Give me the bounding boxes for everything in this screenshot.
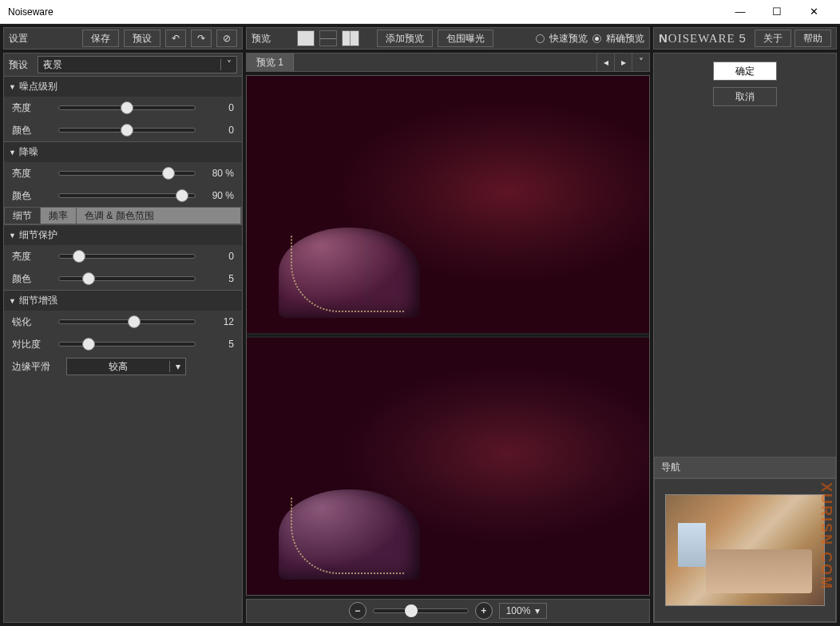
view-single-button[interactable] (297, 30, 315, 46)
preview-label: 预览 (252, 32, 271, 46)
slider-sharpen: 锐化 12 (4, 311, 242, 333)
close-button[interactable]: ✕ (795, 0, 832, 24)
preview-tabbar: 预览 1 ◂ ▸ ˅ (246, 53, 650, 72)
view-split-h-button[interactable] (319, 30, 337, 46)
reset-button[interactable]: ⊘ (216, 30, 237, 47)
zoom-dropdown[interactable]: 100%▾ (499, 603, 548, 619)
fast-preview-radio[interactable]: 快速预览 (536, 32, 588, 46)
section-denoise[interactable]: ▼降噪 (4, 141, 242, 162)
slider-noise-color: 颜色 0 (4, 119, 242, 141)
slider-track[interactable] (58, 168, 196, 179)
edge-smooth-dropdown[interactable]: 较高 ▾ (66, 358, 186, 375)
action-buttons: 确定 取消 (654, 53, 836, 114)
zoom-in-button[interactable]: + (475, 602, 493, 620)
slider-thumb[interactable] (82, 272, 95, 285)
bracket-button[interactable]: 包围曝光 (438, 30, 493, 47)
triangle-down-icon: ▼ (9, 297, 16, 305)
triangle-down-icon: ▼ (9, 83, 16, 91)
navigator-body[interactable] (654, 478, 836, 622)
preview-tab-1[interactable]: 预览 1 (247, 53, 294, 71)
right-body: 确定 取消 导航 XURISN.COM (653, 53, 837, 623)
preview-toolbar: 预览 添加预览 包围曝光 快速预览 精确预览 (246, 27, 650, 50)
chevron-down-icon: ▾ (535, 605, 540, 616)
tab-frequency[interactable]: 频率 (41, 208, 77, 224)
cancel-button[interactable]: 取消 (713, 87, 777, 106)
chevron-down-icon[interactable]: ▾ (169, 361, 185, 372)
next-button[interactable]: ▸ (614, 53, 632, 71)
brand-toolbar: NOISEWARE 5 关于 帮助 (653, 27, 837, 50)
preset-value: 夜景 (38, 58, 220, 72)
about-button[interactable]: 关于 (755, 30, 791, 47)
slider-track[interactable] (58, 251, 196, 262)
navigator-title: 导航 (654, 457, 836, 478)
settings-label: 设置 (9, 32, 28, 46)
preview-after (247, 338, 649, 595)
left-panel: 设置 保存 预设 ↶ ↷ ⊘ 预设 夜景 ˅ ▼噪点级别 亮度 0 (3, 27, 243, 623)
zoom-out-button[interactable]: − (349, 602, 367, 620)
redo-button[interactable]: ↷ (191, 30, 212, 47)
preset-row: 预设 夜景 ˅ (4, 53, 242, 76)
ok-button[interactable]: 确定 (713, 61, 777, 81)
zoom-thumb[interactable] (405, 604, 418, 617)
slider-track[interactable] (58, 273, 196, 284)
slider-track[interactable] (58, 316, 196, 327)
preview-nav: ◂ ▸ ˅ (596, 53, 649, 71)
preview-menu-button[interactable]: ˅ (632, 53, 649, 71)
controls-panel: 预设 夜景 ˅ ▼噪点级别 亮度 0 颜色 0 ▼降噪 亮度 (3, 53, 243, 623)
preview-area[interactable] (246, 75, 650, 596)
view-split-v-button[interactable] (342, 30, 359, 46)
navigator-thumbnail[interactable] (665, 494, 825, 606)
window-titlebar: Noiseware — ☐ ✕ (0, 0, 840, 24)
slider-thumb[interactable] (82, 338, 95, 351)
preview-separator[interactable] (247, 335, 649, 336)
slider-track[interactable] (58, 190, 196, 201)
slider-contrast: 对比度 5 (4, 333, 242, 355)
section-detail-protect[interactable]: ▼细节保护 (4, 224, 242, 245)
zoom-toolbar: − + 100%▾ (246, 599, 650, 623)
brand-logo: NOISEWARE 5 (659, 31, 751, 46)
slider-track[interactable] (58, 125, 196, 136)
slider-thumb[interactable] (121, 101, 133, 114)
minimize-button[interactable]: — (722, 0, 759, 24)
edge-smooth-row: 边缘平滑 较高 ▾ (4, 355, 242, 378)
watermark: XURISN.COM (818, 482, 834, 590)
accurate-preview-radio[interactable]: 精确预览 (592, 32, 644, 46)
slider-thumb[interactable] (121, 124, 133, 137)
window-title: Noiseware (8, 6, 722, 18)
triangle-down-icon: ▼ (9, 149, 16, 156)
save-button[interactable]: 保存 (82, 30, 119, 47)
maximize-button[interactable]: ☐ (759, 0, 795, 24)
center-panel: 预览 添加预览 包围曝光 快速预览 精确预览 预览 1 ◂ ▸ ˅ (246, 27, 650, 623)
preset-label: 预设 (9, 58, 33, 72)
tab-detail[interactable]: 细节 (5, 208, 41, 224)
slider-thumb[interactable] (162, 167, 175, 180)
prev-button[interactable]: ◂ (596, 53, 614, 71)
slider-denoise-color: 颜色 90 % (4, 184, 242, 207)
app-body: 设置 保存 预设 ↶ ↷ ⊘ 预设 夜景 ˅ ▼噪点级别 亮度 0 (0, 24, 840, 626)
help-button[interactable]: 帮助 (794, 30, 831, 47)
radio-icon (536, 34, 545, 43)
radio-icon (592, 34, 601, 43)
chevron-down-icon[interactable]: ˅ (220, 59, 236, 70)
zoom-slider[interactable] (373, 608, 469, 613)
slider-noise-luminance: 亮度 0 (4, 97, 242, 119)
slider-thumb[interactable] (176, 189, 188, 202)
preview-before (247, 76, 649, 333)
settings-toolbar: 设置 保存 预设 ↶ ↷ ⊘ (3, 27, 243, 50)
section-detail-enhance[interactable]: ▼细节增强 (4, 290, 242, 311)
slider-track[interactable] (58, 102, 196, 113)
slider-protect-luminance: 亮度 0 (4, 245, 242, 267)
undo-button[interactable]: ↶ (165, 30, 186, 47)
detail-tabs: 细节 频率 色调 & 颜色范围 (4, 207, 242, 224)
section-noise-level[interactable]: ▼噪点级别 (4, 76, 242, 97)
navigator-panel: 导航 (654, 457, 836, 622)
slider-denoise-luminance: 亮度 80 % (4, 162, 242, 184)
slider-thumb[interactable] (128, 315, 141, 328)
tab-tonal-range[interactable]: 色调 & 颜色范围 (77, 208, 241, 224)
triangle-down-icon: ▼ (9, 232, 16, 240)
slider-track[interactable] (58, 339, 196, 350)
preset-dropdown[interactable]: 夜景 ˅ (38, 56, 237, 73)
add-preview-button[interactable]: 添加预览 (377, 30, 433, 47)
slider-thumb[interactable] (73, 250, 85, 263)
preset-button[interactable]: 预设 (124, 30, 160, 47)
